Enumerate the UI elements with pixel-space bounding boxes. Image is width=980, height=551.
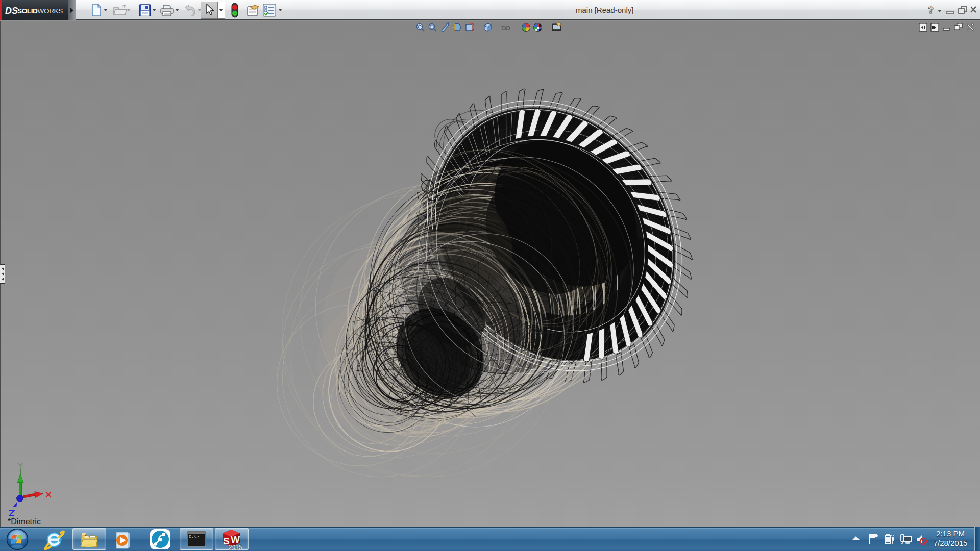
- svg-text:C:\>_: C:\>_: [189, 534, 201, 539]
- svg-text:2015: 2015: [229, 544, 242, 550]
- svg-text:W: W: [231, 534, 240, 545]
